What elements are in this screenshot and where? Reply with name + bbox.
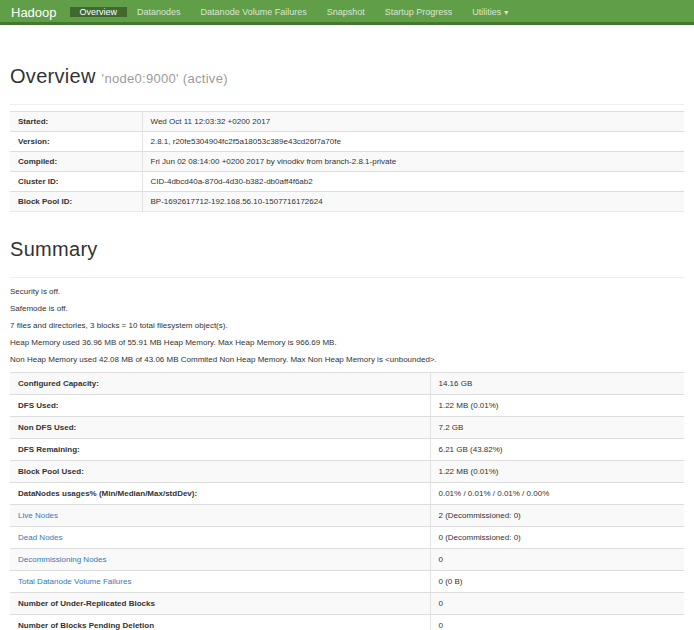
decommissioning-nodes-link[interactable]: Decommissioning Nodes bbox=[18, 555, 106, 564]
table-row: Cluster ID:CID-4dbcd40a-870d-4d30-b382-d… bbox=[10, 172, 684, 192]
row-value: 6.21 GB (43.82%) bbox=[430, 439, 684, 461]
nav-item-overview[interactable]: Overview bbox=[70, 7, 128, 17]
row-label: Live Nodes bbox=[10, 505, 430, 527]
row-label: Number of Under-Replicated Blocks bbox=[10, 593, 430, 615]
row-label: Number of Blocks Pending Deletion bbox=[10, 615, 430, 630]
row-label: Cluster ID: bbox=[10, 172, 142, 192]
namenode-info-table: Started:Wed Oct 11 12:03:32 +0200 2017Ve… bbox=[10, 111, 684, 212]
summary-status-lines: Security is off.Safemode is off.7 files … bbox=[10, 287, 684, 364]
row-value: 0 (0 B) bbox=[430, 571, 684, 593]
row-value: Fri Jun 02 08:14:00 +0200 2017 by vinodk… bbox=[142, 152, 684, 172]
row-label: Configured Capacity: bbox=[10, 373, 430, 395]
summary-status-line: Heap Memory used 36.96 MB of 55.91 MB He… bbox=[10, 338, 684, 347]
row-value: 2 (Decommissioned: 0) bbox=[430, 505, 684, 527]
table-row: Number of Blocks Pending Deletion0 bbox=[10, 615, 684, 630]
row-label: DFS Remaining: bbox=[10, 439, 430, 461]
row-value: 0 bbox=[430, 615, 684, 630]
row-label: Block Pool Used: bbox=[10, 461, 430, 483]
summary-status-line: Security is off. bbox=[10, 287, 684, 296]
summary-status-line: 7 files and directories, 3 blocks = 10 t… bbox=[10, 321, 684, 330]
page-content: Overview 'node0:9000' (active) Started:W… bbox=[0, 65, 694, 630]
row-value: CID-4dbcd40a-870d-4d30-b382-db0aff4f6ab2 bbox=[142, 172, 684, 192]
summary-status-line: Safemode is off. bbox=[10, 304, 684, 313]
nav-item-datanodes[interactable]: Datanodes bbox=[127, 7, 191, 17]
summary-title: Summary bbox=[10, 238, 684, 261]
table-row: Total Datanode Volume Failures0 (0 B) bbox=[10, 571, 684, 593]
table-row: Non DFS Used:7.2 GB bbox=[10, 417, 684, 439]
row-label: DataNodes usages% (Min/Median/Max/stdDev… bbox=[10, 483, 430, 505]
row-label: Decommissioning Nodes bbox=[10, 549, 430, 571]
cluster-summary-table: Configured Capacity:14.16 GBDFS Used:1.2… bbox=[10, 372, 684, 630]
row-value: 0 (Decommissioned: 0) bbox=[430, 527, 684, 549]
table-row: Compiled:Fri Jun 02 08:14:00 +0200 2017 … bbox=[10, 152, 684, 172]
nav-item-utilities[interactable]: Utilities▾ bbox=[462, 7, 518, 17]
row-value: 0 bbox=[430, 549, 684, 571]
table-row: Live Nodes2 (Decommissioned: 0) bbox=[10, 505, 684, 527]
table-row: Version:2.8.1, r20fe5304904fc2f5a18053c3… bbox=[10, 132, 684, 152]
row-label: Compiled: bbox=[10, 152, 142, 172]
row-label: Started: bbox=[10, 112, 142, 132]
namenode-address-label: 'node0:9000' (active) bbox=[102, 71, 228, 86]
divider bbox=[10, 104, 684, 105]
overview-title: Overview bbox=[10, 65, 96, 87]
table-row: Dead Nodes0 (Decommissioned: 0) bbox=[10, 527, 684, 549]
table-row: Configured Capacity:14.16 GB bbox=[10, 373, 684, 395]
table-row: Number of Under-Replicated Blocks0 bbox=[10, 593, 684, 615]
table-row: Block Pool Used:1.22 MB (0.01%) bbox=[10, 461, 684, 483]
page-title: Overview 'node0:9000' (active) bbox=[10, 65, 684, 88]
nav-item-snapshot[interactable]: Snapshot bbox=[317, 7, 375, 17]
total-datanode-volume-failures-link[interactable]: Total Datanode Volume Failures bbox=[18, 577, 131, 586]
row-value: 0.01% / 0.01% / 0.01% / 0.00% bbox=[430, 483, 684, 505]
table-row: Block Pool ID:BP-1692617712-192.168.56.1… bbox=[10, 192, 684, 212]
row-label: Non DFS Used: bbox=[10, 417, 430, 439]
table-row: DFS Remaining:6.21 GB (43.82%) bbox=[10, 439, 684, 461]
row-label: Block Pool ID: bbox=[10, 192, 142, 212]
caret-down-icon: ▾ bbox=[504, 8, 508, 17]
row-label: Dead Nodes bbox=[10, 527, 430, 549]
row-value: 2.8.1, r20fe5304904fc2f5a18053c389e43cd2… bbox=[142, 132, 684, 152]
table-row: Decommissioning Nodes0 bbox=[10, 549, 684, 571]
row-value: 0 bbox=[430, 593, 684, 615]
row-value: Wed Oct 11 12:03:32 +0200 2017 bbox=[142, 112, 684, 132]
table-row: Started:Wed Oct 11 12:03:32 +0200 2017 bbox=[10, 112, 684, 132]
navbar-items: OverviewDatanodesDatanode Volume Failure… bbox=[70, 0, 519, 22]
live-nodes-link[interactable]: Live Nodes bbox=[18, 511, 58, 520]
row-value: 1.22 MB (0.01%) bbox=[430, 461, 684, 483]
divider bbox=[10, 277, 684, 278]
row-label: Total Datanode Volume Failures bbox=[10, 571, 430, 593]
nav-item-datanode-volume-failures[interactable]: Datanode Volume Failures bbox=[191, 7, 317, 17]
row-value: BP-1692617712-192.168.56.10-150771617262… bbox=[142, 192, 684, 212]
summary-status-line: Non Heap Memory used 42.08 MB of 43.06 M… bbox=[10, 355, 684, 364]
nav-item-startup-progress[interactable]: Startup Progress bbox=[375, 7, 463, 17]
row-value: 7.2 GB bbox=[430, 417, 684, 439]
hadoop-brand-link[interactable]: Hadoop bbox=[0, 0, 70, 22]
table-row: DFS Used:1.22 MB (0.01%) bbox=[10, 395, 684, 417]
top-navbar: Hadoop OverviewDatanodesDatanode Volume … bbox=[0, 0, 694, 25]
row-value: 1.22 MB (0.01%) bbox=[430, 395, 684, 417]
row-label: Version: bbox=[10, 132, 142, 152]
dead-nodes-link[interactable]: Dead Nodes bbox=[18, 533, 62, 542]
row-value: 14.16 GB bbox=[430, 373, 684, 395]
table-row: DataNodes usages% (Min/Median/Max/stdDev… bbox=[10, 483, 684, 505]
row-label: DFS Used: bbox=[10, 395, 430, 417]
